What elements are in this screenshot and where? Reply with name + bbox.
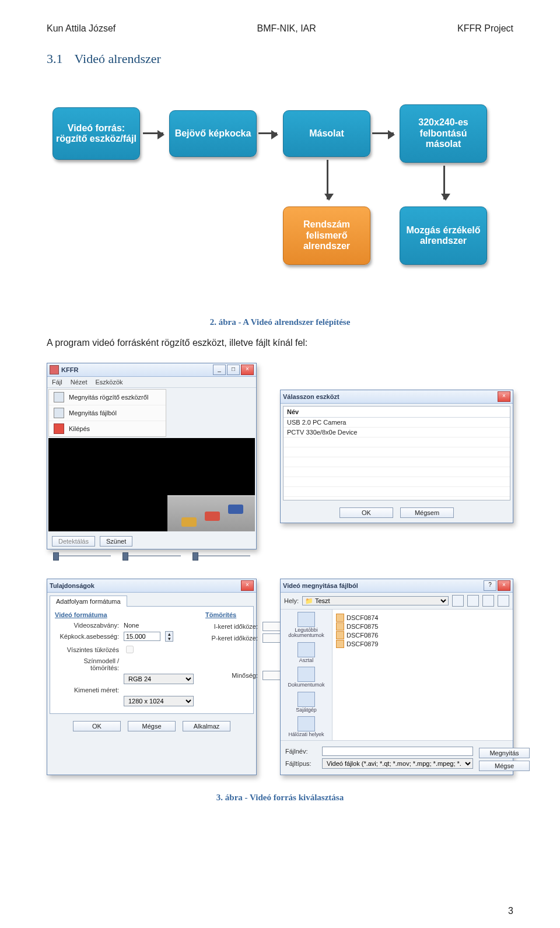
- section-heading: 3.1Videó alrendszer: [47, 51, 513, 66]
- menubar: Fájl Nézet Eszközök: [47, 377, 256, 388]
- tab-stream-format[interactable]: Adatfolyam formátuma: [50, 596, 127, 607]
- node-source: Videó forrás:rögzítő eszköz/fájl: [52, 107, 140, 160]
- documents-icon: [298, 667, 315, 682]
- device-row-empty: [284, 467, 510, 477]
- menu-tools[interactable]: Eszközök: [95, 379, 123, 386]
- filetype-label: Fájltípus:: [285, 760, 317, 767]
- apply-button[interactable]: Alkalmaz: [183, 721, 230, 731]
- file-entry[interactable]: DSCF0876: [336, 631, 509, 639]
- file-entry[interactable]: DSCF0879: [336, 640, 509, 648]
- device-row-empty: [284, 457, 510, 467]
- device-select-dialog: Válasszon eszközt × Név USB 2.0 PC Camer…: [280, 390, 513, 523]
- file-icon: [54, 408, 64, 418]
- color-select[interactable]: RGB 24: [124, 674, 194, 684]
- fps-input[interactable]: [124, 632, 160, 641]
- ok-button[interactable]: OK: [73, 721, 121, 731]
- place-recent[interactable]: Legutóbbi dokumentumok: [283, 612, 330, 639]
- up-icon[interactable]: [467, 595, 479, 607]
- filename-input[interactable]: [322, 747, 473, 756]
- device-row-empty: [284, 447, 510, 457]
- menu-file[interactable]: Fájl: [52, 379, 62, 386]
- slider-2[interactable]: [123, 552, 180, 559]
- section-number: 3.1: [47, 51, 63, 66]
- value-standard: None: [124, 622, 139, 629]
- close-button[interactable]: ×: [498, 391, 510, 402]
- place-computer[interactable]: Sajátgép: [296, 692, 317, 713]
- file-list[interactable]: DSCF0874 DSCF0875 DSCF0876 DSCF0879: [332, 610, 513, 740]
- stepper-icon[interactable]: ▴▾: [165, 631, 173, 642]
- node-plate-subsystem: Rendszám felismerő alrendszer: [283, 206, 370, 265]
- size-select[interactable]: 1280 x 1024: [124, 696, 194, 706]
- node-thumbnail: 320x240-es felbontású másolat: [400, 104, 487, 163]
- file-menu-dropdown: Megnyitás rögzítő eszközről Megnyitás fá…: [48, 389, 166, 437]
- place-network[interactable]: Hálózati helyek: [288, 716, 324, 737]
- figure-caption-3: 3. ábra - Videó forrás kiválasztása: [47, 793, 513, 803]
- filetype-select[interactable]: Videó fájlok (*.avi; *.qt; *.mov; *.mpg;…: [322, 758, 473, 769]
- node-frame: Bejövő képkocka: [169, 110, 257, 157]
- place-documents[interactable]: Dokumentumok: [288, 667, 324, 688]
- minimize-button[interactable]: _: [213, 365, 226, 375]
- titlebar: Tulajdonságok ×: [47, 579, 256, 593]
- node-motion-subsystem: Mozgás érzékelő alrendszer: [400, 206, 487, 265]
- detect-button[interactable]: Detektálás: [52, 536, 95, 547]
- arrow: [258, 132, 277, 134]
- device-icon: [54, 392, 64, 402]
- page-number: 3: [508, 906, 513, 916]
- location-label: Hely:: [284, 597, 299, 604]
- places-bar: Legutóbbi dokumentumok Asztal Dokumentum…: [281, 610, 332, 740]
- properties-dialog: Tulajdonságok × Adatfolyam formátuma Vid…: [47, 579, 257, 775]
- back-icon[interactable]: [452, 595, 464, 607]
- figure-caption-2: 2. ábra - A Videó alrendszer felépítése: [47, 317, 513, 327]
- cancel-button[interactable]: Mégsem: [400, 507, 454, 518]
- window-title: Válasszon eszközt: [283, 393, 340, 400]
- views-icon[interactable]: [498, 595, 509, 607]
- menu-item-exit[interactable]: Kilépés: [49, 421, 166, 436]
- flow-diagram: Videó forrás:rögzítő eszköz/fájl Bejövő …: [52, 101, 508, 294]
- flip-checkbox: [126, 646, 134, 653]
- video-file-icon: [336, 614, 344, 622]
- label-size: Kimeneti méret:: [55, 687, 119, 694]
- video-file-icon: [336, 631, 344, 639]
- exit-icon: [54, 423, 64, 434]
- window-title: KFFR: [61, 366, 78, 373]
- group-video-format: Videó formátuma: [55, 611, 194, 618]
- newfolder-icon[interactable]: [482, 595, 494, 607]
- label-fps: Képkock.asebesség:: [55, 633, 119, 640]
- help-button[interactable]: ?: [484, 580, 496, 591]
- titlebar: Videó megnyitása fájlból ?×: [281, 579, 513, 593]
- car-icon: [181, 517, 197, 527]
- pause-button[interactable]: Szünet: [100, 536, 132, 547]
- close-button[interactable]: ×: [241, 580, 254, 591]
- file-entry[interactable]: DSCF0874: [336, 614, 509, 622]
- network-icon: [298, 716, 315, 731]
- menu-item-open-device[interactable]: Megnyitás rögzítő eszközről: [49, 390, 166, 405]
- titlebar: Válasszon eszközt ×: [281, 390, 513, 404]
- open-button[interactable]: Megnyitás: [479, 748, 530, 758]
- place-desktop[interactable]: Asztal: [298, 642, 315, 663]
- cancel-button[interactable]: Mégse: [479, 761, 530, 771]
- label-ikey: I-keret időköze:: [205, 623, 258, 630]
- header-right: KFFR Project: [457, 23, 513, 34]
- node-copy: Másolat: [283, 110, 370, 157]
- file-open-dialog: Videó megnyitása fájlból ?× Hely: 📁 Tesz…: [280, 579, 513, 775]
- maximize-button[interactable]: □: [227, 365, 240, 375]
- close-button[interactable]: ×: [498, 580, 510, 591]
- list-header: Név: [284, 407, 510, 418]
- file-entry[interactable]: DSCF0875: [336, 622, 509, 631]
- kffr-main-window: KFFR _ □ × Fájl Nézet Eszközök Megnyitás…: [47, 363, 257, 549]
- body-paragraph: A program videó forrásként rögzítő eszkö…: [47, 338, 513, 348]
- cancel-button[interactable]: Mégse: [128, 721, 176, 731]
- slider-1[interactable]: [53, 552, 111, 559]
- ok-button[interactable]: OK: [340, 507, 393, 518]
- device-row[interactable]: PCTV 330e/8x0e Device: [284, 428, 510, 437]
- location-select[interactable]: 📁 Teszt: [302, 596, 449, 605]
- device-row-empty: [284, 437, 510, 447]
- slider-3[interactable]: [192, 552, 250, 559]
- device-row[interactable]: USB 2.0 PC Camera: [284, 418, 510, 428]
- menu-item-open-file[interactable]: Megnyitás fájlból: [49, 405, 166, 421]
- computer-icon: [298, 692, 315, 707]
- menu-view[interactable]: Nézet: [71, 379, 88, 386]
- device-list[interactable]: Név USB 2.0 PC Camera PCTV 330e/8x0e Dev…: [283, 406, 510, 500]
- close-button[interactable]: ×: [241, 365, 254, 375]
- car-icon: [228, 505, 243, 514]
